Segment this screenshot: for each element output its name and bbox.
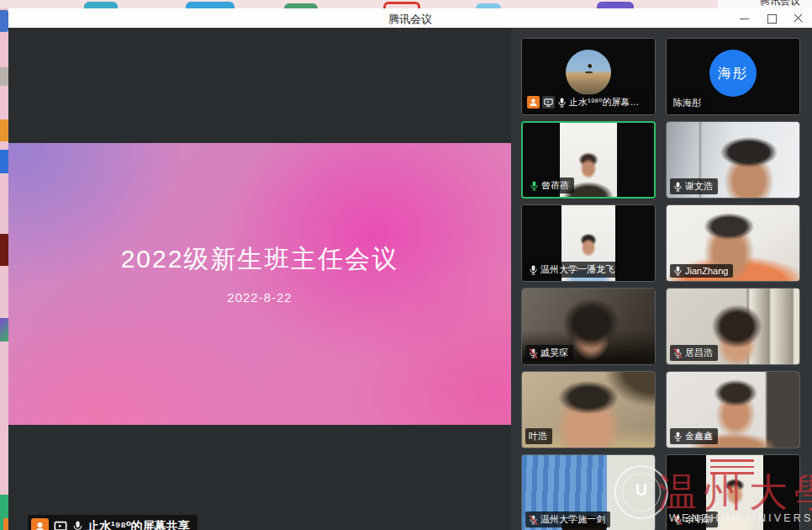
screen-share-stage: 2022级新生班主任会议 2022-8-22 止水¹⁹⁸⁰的屏幕共享 xyxy=(8,28,511,530)
participant-name: 金鑫鑫 xyxy=(685,430,713,443)
participant-label: 止水¹⁹⁸⁰的屏幕共享 xyxy=(525,94,649,110)
occluded-window-title-text: 腾讯会议 xyxy=(760,0,800,8)
participant-tile[interactable]: 居昌浩 xyxy=(666,288,800,365)
participant-tile[interactable]: 止水¹⁹⁸⁰的屏幕共享 xyxy=(521,38,656,115)
participant-label: 居昌浩 xyxy=(670,345,718,361)
minimize-icon[interactable] xyxy=(740,13,750,24)
participant-label: 谢文浩 xyxy=(670,178,718,194)
participant-tile[interactable]: 叶浩 xyxy=(521,371,656,448)
screen-share-banner: 止水¹⁹⁸⁰的屏幕共享 xyxy=(28,515,198,530)
participant-name: 陈海彤 xyxy=(673,97,701,109)
screen-share-banner-text: 止水¹⁹⁸⁰的屏幕共享 xyxy=(87,519,190,530)
window-body: 2022级新生班主任会议 2022-8-22 止水¹⁹⁸⁰的屏幕共享 xyxy=(8,28,812,530)
mic-icon xyxy=(529,265,538,275)
mic-muted-icon xyxy=(673,515,683,525)
window-title: 腾讯会议 xyxy=(8,12,812,27)
meeting-window: 腾讯会议 2022级新生班主任会议 2022-8-22 xyxy=(8,8,812,530)
desktop-icon-fragment xyxy=(0,234,8,266)
mic-icon xyxy=(673,182,683,192)
slide-title: 2022级新生班主任会议 xyxy=(121,242,399,277)
participant-tile[interactable]: 海彤陈海彤 xyxy=(666,38,800,115)
avatar-initials: 海彤 xyxy=(709,50,757,97)
avatar-photo xyxy=(566,50,611,95)
mic-icon xyxy=(72,521,83,530)
participant-name: 曾蓓蓓 xyxy=(541,179,569,192)
participants-sidebar[interactable]: 止水¹⁹⁸⁰的屏幕共享海彤陈海彤曾蓓蓓谢文浩温州大学一潘龙飞JianZhang戚… xyxy=(511,28,812,530)
participant-label: JianZhang xyxy=(670,264,733,278)
screen-share-icon xyxy=(542,96,555,109)
participant-tile[interactable]: 曾蓓蓓 xyxy=(521,121,656,199)
participant-label: 曾蓓蓓 xyxy=(526,178,574,193)
participant-tile[interactable]: 戚昊琛 xyxy=(521,288,656,365)
participant-name: 止水¹⁹⁸⁰的屏幕共享 xyxy=(569,96,644,109)
participant-tile[interactable]: 谢文浩 xyxy=(666,121,800,199)
participant-name: 温州大学一潘龙飞 xyxy=(540,263,614,276)
host-icon xyxy=(527,96,540,109)
desktop-icon-fragment xyxy=(0,119,8,141)
screen: 腾讯会议 腾讯会议 2022级新生班主任会议 2022- xyxy=(0,0,812,530)
participant-label: 温州大学施一剑 xyxy=(525,511,610,527)
participant-grid: 止水¹⁹⁸⁰的屏幕共享海彤陈海彤曾蓓蓓谢文浩温州大学一潘龙飞JianZhang戚… xyxy=(521,38,800,530)
shared-slide: 2022级新生班主任会议 2022-8-22 xyxy=(8,143,511,425)
titlebar[interactable]: 腾讯会议 xyxy=(8,8,812,28)
mic-icon xyxy=(673,432,683,442)
participant-name: 居昌浩 xyxy=(685,347,713,359)
participant-name: 叶浩 xyxy=(529,430,547,443)
participant-name: JianZhang xyxy=(685,266,728,276)
close-icon[interactable] xyxy=(794,13,804,24)
participant-name: 温州大学施一剑 xyxy=(540,513,605,526)
desktop-icon-fragment xyxy=(0,10,8,32)
desktop-strip xyxy=(0,8,8,530)
participant-name: 余明新 xyxy=(685,513,713,526)
background-window-strip: 腾讯会议 xyxy=(0,0,812,8)
participant-tile[interactable]: JianZhang xyxy=(666,204,800,282)
avatar-text: 海彤 xyxy=(718,65,748,82)
participant-tile[interactable]: 温州大学一潘龙飞 xyxy=(521,204,656,282)
desktop-icon-fragment xyxy=(0,150,8,173)
background-icon-fragment xyxy=(597,2,634,8)
participant-name: 戚昊琛 xyxy=(540,347,568,359)
participant-tile[interactable]: 余明新 xyxy=(666,454,800,530)
occluded-window-title: 腾讯会议 xyxy=(718,0,812,8)
mic-icon xyxy=(530,181,539,191)
mic-muted-icon xyxy=(673,348,683,358)
mic-icon xyxy=(557,98,567,108)
participant-label: 叶浩 xyxy=(525,428,552,444)
participant-tile[interactable]: 温州大学施一剑 xyxy=(521,454,656,530)
maximize-icon[interactable] xyxy=(767,13,777,24)
slide-date: 2022-8-22 xyxy=(227,290,292,305)
participant-tile[interactable]: 金鑫鑫 xyxy=(666,371,800,448)
participant-label: 余明新 xyxy=(670,511,718,527)
window-controls xyxy=(740,8,804,28)
desktop-icon-fragment xyxy=(0,67,8,86)
mic-muted-icon xyxy=(529,348,538,358)
background-icon-fragment xyxy=(84,2,118,8)
participant-label: 金鑫鑫 xyxy=(670,428,718,444)
screen-share-icon xyxy=(53,519,68,530)
participant-label: 陈海彤 xyxy=(670,95,706,111)
mic-icon xyxy=(673,266,683,276)
participant-name: 谢文浩 xyxy=(685,180,713,193)
participant-label: 温州大学一潘龙飞 xyxy=(525,262,620,278)
desktop-icon-fragment xyxy=(0,318,8,342)
host-icon xyxy=(31,518,49,530)
participant-label: 戚昊琛 xyxy=(525,345,573,361)
mic-muted-icon xyxy=(529,515,538,525)
